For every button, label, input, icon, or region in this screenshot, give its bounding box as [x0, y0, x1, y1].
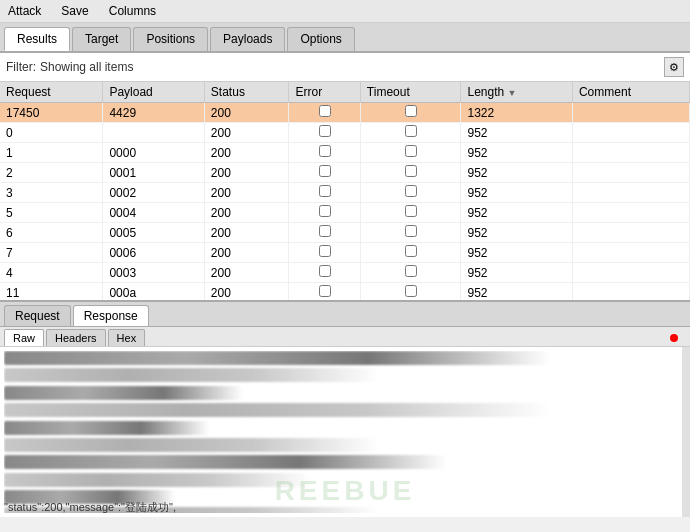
- error-cell: [289, 283, 360, 303]
- status-line: "status":200,"message":"登陆成功",: [4, 500, 176, 515]
- col-request[interactable]: Request: [0, 82, 103, 103]
- tab-positions[interactable]: Positions: [133, 27, 208, 51]
- error-cell: [289, 123, 360, 143]
- length-cell: 952: [461, 263, 573, 283]
- timeout-checkbox[interactable]: [405, 245, 417, 257]
- request-cell: 3: [0, 183, 103, 203]
- col-timeout[interactable]: Timeout: [360, 82, 461, 103]
- timeout-cell: [360, 243, 461, 263]
- length-cell: 952: [461, 223, 573, 243]
- menu-save[interactable]: Save: [57, 2, 92, 20]
- table-row[interactable]: 1745044292001322: [0, 103, 690, 123]
- error-checkbox[interactable]: [319, 165, 331, 177]
- blur-line-1: [4, 351, 550, 365]
- sub-tab-headers[interactable]: Headers: [46, 329, 106, 346]
- timeout-checkbox[interactable]: [405, 105, 417, 117]
- length-cell: 952: [461, 183, 573, 203]
- timeout-checkbox[interactable]: [405, 185, 417, 197]
- error-checkbox[interactable]: [319, 245, 331, 257]
- payload-cell: 0001: [103, 163, 204, 183]
- length-cell: 952: [461, 143, 573, 163]
- timeout-checkbox[interactable]: [405, 165, 417, 177]
- blur-line-4: [4, 403, 550, 417]
- request-cell: 2: [0, 163, 103, 183]
- comment-cell: [572, 283, 689, 303]
- col-payload[interactable]: Payload: [103, 82, 204, 103]
- status-cell: 200: [204, 123, 289, 143]
- comment-cell: [572, 203, 689, 223]
- response-content: REEBUE "status":200,"message":"登陆成功",: [0, 347, 690, 517]
- menu-columns[interactable]: Columns: [105, 2, 160, 20]
- status-cell: 200: [204, 263, 289, 283]
- timeout-checkbox[interactable]: [405, 145, 417, 157]
- error-cell: [289, 243, 360, 263]
- col-error[interactable]: Error: [289, 82, 360, 103]
- error-checkbox[interactable]: [319, 225, 331, 237]
- sort-icon: ▼: [508, 88, 517, 98]
- table-row[interactable]: 20001200952: [0, 163, 690, 183]
- sub-tab-hex[interactable]: Hex: [108, 329, 146, 346]
- blur-line-3: [4, 386, 243, 400]
- payload-cell: 0002: [103, 183, 204, 203]
- filter-button[interactable]: ⚙: [664, 57, 684, 77]
- error-cell: [289, 263, 360, 283]
- length-cell: 1322: [461, 103, 573, 123]
- error-checkbox[interactable]: [319, 105, 331, 117]
- request-cell: 11: [0, 283, 103, 303]
- payload-cell: 000a: [103, 283, 204, 303]
- timeout-checkbox[interactable]: [405, 125, 417, 137]
- error-cell: [289, 163, 360, 183]
- col-length[interactable]: Length ▼: [461, 82, 573, 103]
- error-checkbox[interactable]: [319, 265, 331, 277]
- menu-attack[interactable]: Attack: [4, 2, 45, 20]
- table-row[interactable]: 50004200952: [0, 203, 690, 223]
- tab-results[interactable]: Results: [4, 27, 70, 51]
- comment-cell: [572, 243, 689, 263]
- error-checkbox[interactable]: [319, 285, 331, 297]
- table-row[interactable]: 40003200952: [0, 263, 690, 283]
- length-cell: 952: [461, 243, 573, 263]
- status-cell: 200: [204, 163, 289, 183]
- error-checkbox[interactable]: [319, 185, 331, 197]
- payload-cell: 0006: [103, 243, 204, 263]
- length-cell: 952: [461, 203, 573, 223]
- table-row[interactable]: 11000a200952: [0, 283, 690, 303]
- timeout-cell: [360, 123, 461, 143]
- filter-label: Filter:: [6, 60, 36, 74]
- error-cell: [289, 143, 360, 163]
- length-cell: 952: [461, 283, 573, 303]
- sub-tab-raw[interactable]: Raw: [4, 329, 44, 346]
- timeout-checkbox[interactable]: [405, 265, 417, 277]
- scrollbar[interactable]: [682, 347, 690, 517]
- col-status[interactable]: Status: [204, 82, 289, 103]
- status-cell: 200: [204, 223, 289, 243]
- timeout-checkbox[interactable]: [405, 225, 417, 237]
- timeout-checkbox[interactable]: [405, 205, 417, 217]
- table-row[interactable]: 0200952: [0, 123, 690, 143]
- error-checkbox[interactable]: [319, 205, 331, 217]
- tab-response[interactable]: Response: [73, 305, 149, 326]
- error-checkbox[interactable]: [319, 125, 331, 137]
- timeout-cell: [360, 143, 461, 163]
- blur-line-6: [4, 438, 379, 452]
- tab-options[interactable]: Options: [287, 27, 354, 51]
- table-row[interactable]: 60005200952: [0, 223, 690, 243]
- blur-line-8: [4, 473, 311, 487]
- table-row[interactable]: 10000200952: [0, 143, 690, 163]
- tab-request[interactable]: Request: [4, 305, 71, 326]
- col-comment[interactable]: Comment: [572, 82, 689, 103]
- table-row[interactable]: 30002200952: [0, 183, 690, 203]
- error-cell: [289, 103, 360, 123]
- length-cell: 952: [461, 123, 573, 143]
- timeout-checkbox[interactable]: [405, 285, 417, 297]
- tab-target[interactable]: Target: [72, 27, 131, 51]
- status-cell: 200: [204, 283, 289, 303]
- timeout-cell: [360, 203, 461, 223]
- red-dot-indicator: [670, 334, 678, 342]
- error-checkbox[interactable]: [319, 145, 331, 157]
- tab-payloads[interactable]: Payloads: [210, 27, 285, 51]
- status-cell: 200: [204, 103, 289, 123]
- comment-cell: [572, 143, 689, 163]
- table-row[interactable]: 70006200952: [0, 243, 690, 263]
- results-table: Request Payload Status Error Timeout Len…: [0, 82, 690, 302]
